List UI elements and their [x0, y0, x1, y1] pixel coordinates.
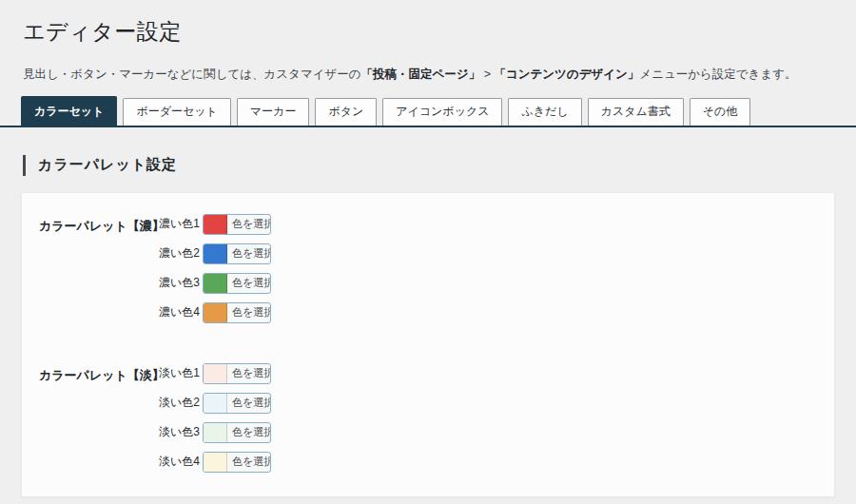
color-select-button-label: 色を選択	[227, 423, 271, 442]
tab-others[interactable]: その他	[690, 98, 751, 126]
color-swatch	[204, 453, 227, 472]
settings-tabs: カラーセット ボーダーセット マーカー ボタン アイコンボックス ふきだし カス…	[0, 96, 856, 127]
tab-marker[interactable]: マーカー	[237, 98, 310, 126]
color-select-button-label: 色を選択	[227, 244, 271, 263]
palette-group-dark: カラーパレット【濃】 濃い色1 色を選択 濃い色2 色を選択	[39, 214, 815, 332]
color-row: 濃い色1 色を選択	[159, 214, 271, 235]
color-swatch	[204, 244, 227, 263]
color-row-label: 淡い色3	[159, 424, 203, 440]
color-row-label: 濃い色2	[159, 245, 203, 262]
color-row: 淡い色4 色を選択	[159, 452, 271, 473]
color-select-button[interactable]: 色を選択	[203, 243, 271, 264]
color-row-label: 濃い色1	[159, 216, 203, 232]
description-text: 見出し・ボタン・マーカーなどに関しては、カスタマイザーの	[23, 68, 361, 81]
color-select-button[interactable]: 色を選択	[203, 452, 271, 473]
section-title-bar	[23, 155, 26, 176]
tab-button[interactable]: ボタン	[315, 98, 377, 126]
color-select-button[interactable]: 色を選択	[203, 422, 271, 443]
tab-speech-bubble[interactable]: ふきだし	[508, 98, 581, 126]
color-row: 濃い色3 色を選択	[159, 273, 271, 294]
color-select-button-label: 色を選択	[227, 303, 271, 322]
palette-group-light: カラーパレット【淡】 淡い色1 色を選択 淡い色2 色を選択	[39, 363, 815, 481]
color-select-button-label: 色を選択	[227, 215, 271, 234]
tab-border-set[interactable]: ボーダーセット	[123, 98, 230, 126]
page-description: 見出し・ボタン・マーカーなどに関しては、カスタマイザーの「投稿・固定ページ」 >…	[23, 67, 833, 84]
color-row: 濃い色2 色を選択	[159, 243, 271, 264]
color-row: 淡い色1 色を選択	[159, 363, 271, 384]
color-select-button[interactable]: 色を選択	[203, 393, 271, 414]
section-title-text: カラーパレット設定	[38, 156, 177, 174]
color-row-label: 淡い色1	[159, 365, 203, 381]
color-select-button-label: 色を選択	[227, 394, 271, 413]
color-swatch	[204, 394, 227, 413]
tab-icon-box[interactable]: アイコンボックス	[382, 98, 502, 126]
color-palette-panel: カラーパレット【濃】 濃い色1 色を選択 濃い色2 色を選択	[21, 192, 835, 497]
color-select-button-label: 色を選択	[227, 274, 271, 293]
color-swatch	[204, 303, 227, 322]
color-row: 淡い色2 色を選択	[159, 393, 271, 414]
palette-group-dark-rows: 濃い色1 色を選択 濃い色2 色を選択 濃い色3	[159, 214, 271, 332]
color-swatch	[204, 364, 227, 383]
color-row-label: 濃い色3	[159, 275, 203, 291]
page-title: エディター設定	[23, 17, 856, 47]
editor-settings-page: エディター設定 見出し・ボタン・マーカーなどに関しては、カスタマイザーの「投稿・…	[0, 17, 856, 504]
color-select-button[interactable]: 色を選択	[203, 273, 271, 294]
color-row-label: 淡い色4	[159, 454, 203, 470]
color-swatch	[204, 274, 227, 293]
color-row: 淡い色3 色を選択	[159, 422, 271, 443]
color-select-button-label: 色を選択	[227, 364, 271, 383]
section-title-color-palette: カラーパレット設定	[23, 155, 856, 176]
color-swatch	[204, 215, 227, 234]
color-select-button[interactable]: 色を選択	[203, 363, 271, 384]
color-select-button[interactable]: 色を選択	[203, 214, 271, 235]
tab-color-set[interactable]: カラーセット	[21, 96, 117, 126]
color-row-label: 淡い色2	[159, 395, 203, 411]
color-select-button[interactable]: 色を選択	[203, 302, 271, 323]
color-row: 濃い色4 色を選択	[159, 302, 271, 323]
description-menu-content-design: 「コンテンツのデザイン」	[494, 68, 639, 81]
color-select-button-label: 色を選択	[227, 453, 271, 472]
description-separator: >	[480, 68, 494, 81]
palette-group-light-label: カラーパレット【淡】	[39, 363, 159, 384]
color-row-label: 濃い色4	[159, 304, 203, 320]
description-text-end: メニューから設定できます。	[639, 68, 796, 81]
tab-custom-format[interactable]: カスタム書式	[588, 98, 684, 126]
palette-group-light-rows: 淡い色1 色を選択 淡い色2 色を選択 淡い色3	[159, 363, 271, 481]
description-menu-posts-pages: 「投稿・固定ページ」	[361, 68, 481, 81]
palette-group-dark-label: カラーパレット【濃】	[39, 214, 159, 235]
color-swatch	[204, 423, 227, 442]
